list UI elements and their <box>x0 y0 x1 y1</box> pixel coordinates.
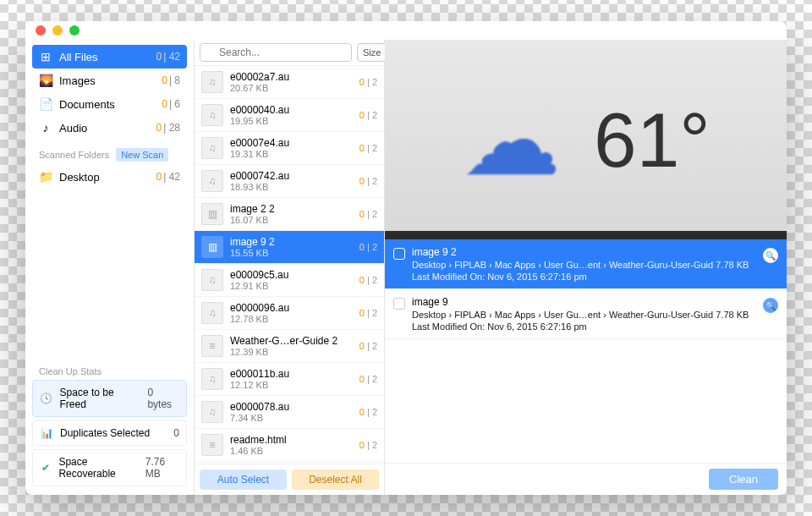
stat-space-recoverable: ✔ Space Recoverable 7.76 MB <box>32 449 187 486</box>
search-input[interactable] <box>200 43 352 62</box>
file-name: e0000096.au <box>230 302 353 314</box>
file-size: 1.46 KB <box>230 446 353 456</box>
sidebar-category-all-files[interactable]: ⊞ All Files 0| 42 <box>32 45 187 69</box>
folder-icon: 📁 <box>39 170 52 184</box>
file-size: 12.91 KB <box>230 281 353 291</box>
file-row[interactable]: ≡ readme.html 1.46 KB 0| 2 <box>195 429 384 462</box>
file-name: image 2 2 <box>230 203 353 215</box>
auto-select-button[interactable]: Auto Select <box>200 469 287 490</box>
sidebar-item-label: Images <box>59 74 155 87</box>
instance-name: image 9 <box>412 296 756 308</box>
cleanup-stats-header: Clean Up Stats <box>32 363 187 380</box>
file-row[interactable]: ▥ image 2 2 16.07 KB 0| 2 <box>195 198 384 231</box>
file-thumbnail: ♫ <box>201 137 223 159</box>
bar-chart-icon: 📊 <box>40 427 53 439</box>
file-row[interactable]: ♫ e0000078.au 7.34 KB 0| 2 <box>195 396 384 429</box>
file-name: e00007e4.au <box>230 137 353 149</box>
preview-pane: ☁ 61° <box>385 40 787 239</box>
clock-icon: 🕓 <box>40 392 53 404</box>
instance-path: Desktop › FIPLAB › Mac Apps › User Gu…en… <box>412 310 756 320</box>
file-size: 12.78 KB <box>230 314 353 324</box>
new-scan-button[interactable]: New Scan <box>116 148 168 162</box>
reveal-in-finder-icon[interactable]: 🔍 <box>763 298 778 313</box>
duplicate-instance-row[interactable]: image 9 Desktop › FIPLAB › Mac Apps › Us… <box>385 289 787 339</box>
reveal-in-finder-icon[interactable]: 🔍 <box>763 248 778 263</box>
file-thumbnail: ≡ <box>201 335 223 357</box>
file-thumbnail: ♫ <box>201 302 223 324</box>
preview-temperature: 61° <box>594 96 710 184</box>
file-row[interactable]: ▥ image 9 2 15.55 KB 0| 2 <box>195 231 384 264</box>
sidebar-item-label: All Files <box>59 51 150 63</box>
duplicate-instance-row[interactable]: image 9 2 Desktop › FIPLAB › Mac Apps › … <box>385 239 787 289</box>
file-thumbnail: ♫ <box>201 368 223 390</box>
deselect-all-button[interactable]: Deselect All <box>292 469 379 490</box>
duplicate-list-panel: Size ♫ e00002a7.au 20.67 KB 0| 2♫ e00000… <box>195 40 385 495</box>
titlebar <box>25 21 787 40</box>
file-thumbnail: ♫ <box>201 401 223 423</box>
file-size: 19.31 KB <box>230 149 353 159</box>
file-name: e00009c5.au <box>230 269 353 281</box>
file-size: 16.07 KB <box>230 215 353 225</box>
file-list[interactable]: ♫ e00002a7.au 20.67 KB 0| 2♫ e0000040.au… <box>195 66 384 464</box>
checkmark-circle-icon: ✔ <box>40 462 52 474</box>
select-checkbox[interactable] <box>393 248 405 260</box>
sidebar-folder-desktop[interactable]: 📁 Desktop 0| 42 <box>32 165 187 189</box>
file-size: 7.34 KB <box>230 413 353 423</box>
cloud-icon: ☁ <box>462 82 561 198</box>
file-row[interactable]: ♫ e0000040.au 19.95 KB 0| 2 <box>195 99 384 132</box>
zoom-window-button[interactable] <box>69 25 80 36</box>
file-thumbnail: ▥ <box>201 236 223 258</box>
file-name: readme.html <box>230 434 353 446</box>
scanned-folders-label: Scanned Folders <box>39 150 109 160</box>
sidebar-category-audio[interactable]: ♪ Audio 0| 28 <box>32 116 187 140</box>
instance-name: image 9 2 <box>412 246 756 258</box>
detail-panel: ☁ 61° image 9 2 Desktop › FIPLAB › Mac A… <box>385 40 787 495</box>
main-area: ⊞ All Files 0| 42🌄 Images 0| 8📄 Document… <box>25 40 787 495</box>
file-row[interactable]: ♫ e0000096.au 12.78 KB 0| 2 <box>195 297 384 330</box>
sidebar-category-images[interactable]: 🌄 Images 0| 8 <box>32 69 187 92</box>
doc-icon: 📄 <box>39 97 52 111</box>
file-size: 15.55 KB <box>230 248 353 258</box>
clean-button[interactable]: Clean <box>709 469 778 490</box>
stat-duplicates-selected: 📊 Duplicates Selected 0 <box>32 420 187 446</box>
grid-icon: ⊞ <box>39 50 52 63</box>
file-thumbnail: ♫ <box>201 71 223 93</box>
file-size: 12.39 KB <box>230 347 353 357</box>
scanned-folders-header: Scanned Folders New Scan <box>32 140 187 165</box>
app-window: ⊞ All Files 0| 42🌄 Images 0| 8📄 Document… <box>25 21 787 495</box>
sidebar-category-documents[interactable]: 📄 Documents 0| 6 <box>32 92 187 116</box>
instance-modified: Last Modified On: Nov 6, 2015 6:27:16 pm <box>412 272 756 282</box>
audio-icon: ♪ <box>39 121 52 134</box>
file-name: e00002a7.au <box>230 71 353 83</box>
instance-modified: Last Modified On: Nov 6, 2015 6:27:16 pm <box>412 321 756 332</box>
sidebar-item-label: Audio <box>59 122 150 134</box>
file-name: e000011b.au <box>230 368 353 380</box>
file-thumbnail: ♫ <box>201 170 223 192</box>
sidebar-item-label: Documents <box>59 98 155 111</box>
image-icon: 🌄 <box>39 74 52 87</box>
file-size: 12.12 KB <box>230 380 353 390</box>
file-name: e0000742.au <box>230 170 353 182</box>
file-size: 20.67 KB <box>230 83 353 93</box>
file-name: image 9 2 <box>230 236 353 248</box>
file-row[interactable]: ♫ e00009c5.au 12.91 KB 0| 2 <box>195 264 384 297</box>
file-thumbnail: ▥ <box>201 203 223 225</box>
file-name: e0000078.au <box>230 401 353 413</box>
close-window-button[interactable] <box>36 25 46 36</box>
file-row[interactable]: ♫ e00007e4.au 19.31 KB 0| 2 <box>195 132 384 165</box>
file-row[interactable]: ≡ Weather-G…er-Guide 2 12.39 KB 0| 2 <box>195 330 384 363</box>
file-name: Weather-G…er-Guide 2 <box>230 335 353 347</box>
file-thumbnail: ≡ <box>201 434 223 456</box>
duplicate-files-list: image 9 2 Desktop › FIPLAB › Mac Apps › … <box>385 239 787 463</box>
file-row[interactable]: ♫ e00002a7.au 20.67 KB 0| 2 <box>195 66 384 99</box>
stat-space-freed: 🕓 Space to be Freed 0 bytes <box>32 380 187 417</box>
select-checkbox[interactable] <box>393 298 405 310</box>
minimize-window-button[interactable] <box>52 25 63 36</box>
file-thumbnail: ♫ <box>201 104 223 126</box>
file-size: 19.95 KB <box>230 116 353 126</box>
file-row[interactable]: ♫ e000011b.au 12.12 KB 0| 2 <box>195 363 384 396</box>
sidebar: ⊞ All Files 0| 42🌄 Images 0| 8📄 Document… <box>25 40 195 495</box>
file-row[interactable]: ♫ e0000742.au 18.93 KB 0| 2 <box>195 165 384 198</box>
instance-path: Desktop › FIPLAB › Mac Apps › User Gu…en… <box>412 260 756 270</box>
list-toolbar: Size <box>195 40 384 66</box>
